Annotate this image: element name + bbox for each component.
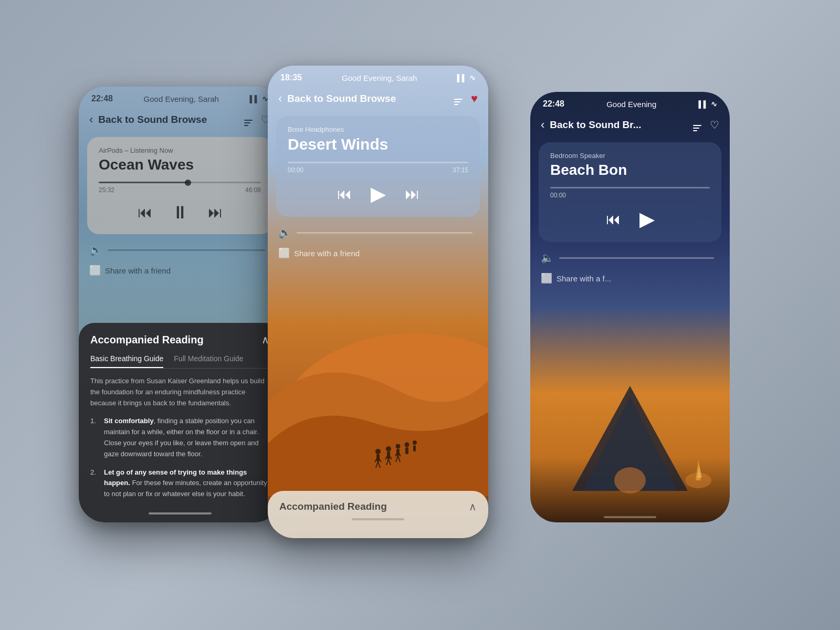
status-icons-center: ▌▌ ∿ (457, 74, 476, 82)
nav-icons-center: ♥ (454, 92, 478, 106)
play-button-right[interactable]: ▶ (639, 207, 655, 230)
reading-intro-left: This practice from Susan Kaiser Greenlan… (90, 376, 269, 408)
reading-panel-left: Accompanied Reading ∧ Basic Breathing Gu… (79, 323, 281, 522)
status-bar-left: 22:48 Good Evening, Sarah ▌▌ ∿ (79, 87, 281, 108)
center-panel-header: Accompanied Reading ∧ (279, 500, 477, 513)
share-icon-center[interactable]: ⬜ (278, 247, 290, 259)
back-button-right[interactable]: ‹ (541, 118, 544, 132)
equalizer-icon-left[interactable] (244, 113, 253, 126)
reading-step-2: 2. Let go of any sense of trying to make… (90, 467, 269, 500)
back-button-left[interactable]: ‹ (89, 113, 93, 127)
nav-icons-left: ♡ (244, 113, 270, 126)
phone-left: 22:48 Good Evening, Sarah ▌▌ ∿ ‹ Back to… (79, 87, 281, 522)
share-icon-right[interactable]: ⬜ (541, 272, 552, 284)
volume-icon-left[interactable]: 🔈 (89, 244, 102, 256)
center-panel-chevron[interactable]: ∧ (469, 500, 477, 513)
play-button-center[interactable]: ▶ (371, 182, 386, 205)
rewind-button-center[interactable]: ⏮ (337, 185, 352, 203)
phone-center: 18:35 Good Evening, Sarah ▌▌ ∿ ‹ Back to… (268, 66, 488, 538)
forward-button-left[interactable]: ⏭ (208, 204, 223, 221)
home-indicator-center (352, 518, 404, 520)
equalizer-icon-center[interactable] (454, 92, 463, 105)
svg-point-14 (396, 444, 401, 449)
home-indicator-left (149, 512, 212, 514)
share-icon-left[interactable]: ⬜ (89, 265, 101, 276)
reading-panel-center[interactable]: Accompanied Reading ∧ (268, 491, 488, 538)
time-total-left: 46:08 (245, 186, 261, 194)
share-text-left[interactable]: Share with a friend (105, 266, 171, 275)
progress-bar-right[interactable]: 00:00 (550, 187, 710, 199)
volume-slider-left[interactable] (108, 249, 265, 251)
rewind-button-left[interactable]: ⏮ (138, 204, 152, 221)
tab-full-meditation[interactable]: Full Meditation Guide (174, 354, 243, 368)
progress-bar-center[interactable]: 00:00 37:15 (288, 162, 468, 174)
time-current-center: 00:00 (288, 166, 303, 174)
device-label-right: Bedroom Speaker (550, 152, 710, 160)
volume-row-right: 🔈 (530, 246, 730, 269)
heart-icon-right[interactable]: ♡ (710, 119, 719, 131)
track-title-center: Desert Winds (288, 135, 468, 153)
time-left: 22:48 (91, 94, 113, 103)
share-row-center: ⬜ Share with a friend (268, 244, 488, 265)
volume-icon-center[interactable]: 🔈 (278, 226, 291, 239)
nav-icons-right: ♡ (693, 119, 719, 131)
phone-right: 22:48 Good Evening ▌▌ ∿ ‹ Back to Sound … (530, 92, 730, 522)
player-controls-center: ⏮ ▶ ⏭ (288, 182, 468, 205)
reading-content-left[interactable]: This practice from Susan Kaiser Greenlan… (90, 376, 269, 507)
time-right: 22:48 (543, 99, 564, 109)
volume-slider-right[interactable] (559, 257, 714, 259)
volume-icon-right[interactable]: 🔈 (541, 251, 554, 264)
svg-point-2 (375, 449, 381, 454)
share-text-right[interactable]: Share with a f... (556, 274, 611, 283)
nav-bar-right: ‹ Back to Sound Br... ♡ (530, 113, 730, 138)
greeting-right: Good Evening (606, 100, 656, 109)
time-current-right: 00:00 (550, 192, 566, 199)
volume-slider-center[interactable] (297, 232, 472, 234)
heart-icon-center[interactable]: ♥ (471, 92, 478, 106)
forward-button-center[interactable]: ⏭ (405, 185, 419, 203)
time-current-left: 25:32 (99, 186, 114, 194)
equalizer-icon-right[interactable] (693, 119, 701, 131)
svg-point-8 (386, 446, 391, 452)
wifi-icon-right: ∿ (711, 100, 717, 108)
signal-icon-right: ▌▌ (699, 100, 708, 108)
nav-bar-center: ‹ Back to Sound Browse ♥ (268, 87, 488, 112)
svg-point-20 (405, 443, 410, 447)
volume-row-left: 🔈 (79, 238, 281, 261)
nav-title-left: Back to Sound Browse (98, 114, 239, 125)
desert-scene (268, 297, 488, 496)
rewind-button-right[interactable]: ⏮ (606, 211, 621, 228)
tab-basic-breathing[interactable]: Basic Breathing Guide (90, 354, 163, 368)
svg-rect-21 (405, 447, 408, 454)
device-label-left: AirPods – Listening Now (99, 146, 261, 154)
track-title-left: Ocean Waves (99, 156, 261, 173)
back-button-center[interactable]: ‹ (278, 92, 282, 106)
svg-point-27 (614, 467, 646, 494)
pause-button-left[interactable]: ⏸ (171, 202, 189, 223)
progress-bar-left[interactable]: 25:32 46:08 (99, 182, 261, 194)
svg-point-22 (413, 440, 417, 445)
signal-icon-center: ▌▌ (457, 74, 467, 82)
status-bar-right: 22:48 Good Evening ▌▌ ∿ (530, 92, 730, 113)
nav-title-center: Back to Sound Browse (287, 93, 449, 104)
reading-panel-title-left: Accompanied Reading (90, 334, 204, 346)
nav-bar-left: ‹ Back to Sound Browse ♡ (79, 108, 281, 133)
right-scene (530, 344, 730, 501)
player-controls-right: ⏮ ▶ (550, 207, 710, 230)
share-row-right: ⬜ Share with a f... (530, 269, 730, 290)
progress-fill-left (99, 182, 188, 183)
share-text-center[interactable]: Share with a friend (294, 249, 360, 258)
reading-step-1: 1. Sit comfortably, finding a stable pos… (90, 416, 269, 459)
player-card-left: AirPods – Listening Now Ocean Waves 25:3… (87, 137, 272, 234)
player-card-right: Bedroom Speaker Beach Bon 00:00 ⏮ ▶ (539, 142, 721, 242)
center-panel-title: Accompanied Reading (279, 501, 387, 512)
player-controls-left: ⏮ ⏸ ⏭ (99, 202, 261, 223)
status-icons-right: ▌▌ ∿ (699, 100, 717, 108)
signal-icon-left: ▌▌ (250, 95, 259, 103)
nav-title-right: Back to Sound Br... (550, 119, 688, 131)
status-icons-left: ▌▌ ∿ (250, 94, 268, 103)
time-center: 18:35 (280, 73, 302, 82)
home-indicator-right (604, 516, 656, 518)
progress-thumb-left[interactable] (185, 180, 191, 186)
volume-row-center: 🔈 (268, 221, 488, 244)
